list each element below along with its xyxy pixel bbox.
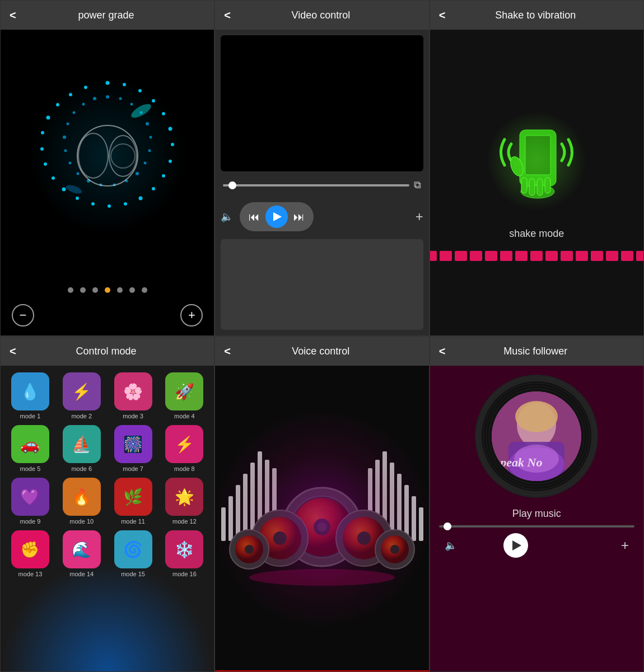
dot-4-active[interactable] <box>105 287 110 293</box>
music-add-button[interactable]: + <box>621 538 629 553</box>
svg-point-40 <box>63 136 66 139</box>
play-button[interactable] <box>265 206 288 228</box>
svg-point-30 <box>148 150 151 152</box>
mode-item-7[interactable]: 🎆 mode 7 <box>110 425 156 472</box>
dot-7[interactable] <box>142 287 147 293</box>
mode-item-8[interactable]: ⚡ mode 8 <box>161 425 207 472</box>
svg-point-19 <box>41 131 44 134</box>
mode-item-2[interactable]: ⚡ mode 2 <box>59 372 105 419</box>
add-button[interactable]: + <box>416 209 423 225</box>
music-seek-bar[interactable] <box>439 525 634 528</box>
svg-point-9 <box>152 187 155 190</box>
dot-1[interactable] <box>68 287 73 293</box>
panel-voice: < Voice control <box>214 336 429 672</box>
music-volume-icon[interactable]: 🔈 <box>445 539 457 552</box>
minus-button[interactable]: − <box>12 304 34 326</box>
mode-item-16[interactable]: ❄️ mode 16 <box>161 530 207 577</box>
voice-glow <box>215 407 428 631</box>
seek-bar[interactable] <box>223 184 409 186</box>
panel-video: < Video control ⧉ 🔈 ⏮ ⏭ + <box>214 0 429 336</box>
next-button[interactable]: ⏭ <box>293 211 305 223</box>
svg-point-6 <box>171 143 174 146</box>
music-seek-thumb[interactable] <box>444 522 451 530</box>
svg-point-42 <box>72 111 75 114</box>
music-play-button[interactable] <box>503 533 528 558</box>
mode-icon-12: 🌟 <box>165 478 203 516</box>
mode-label-15: mode 15 <box>121 571 145 577</box>
plus-button[interactable]: + <box>180 304 203 326</box>
mode-label-9: mode 9 <box>20 518 41 525</box>
segment-3 <box>455 251 467 261</box>
mode-item-9[interactable]: 💜 mode 9 <box>7 478 53 525</box>
svg-point-18 <box>40 147 44 151</box>
mode-icon-6: ⛵ <box>63 425 101 463</box>
voice-back-button[interactable]: < <box>224 345 231 358</box>
vinyl-record: peak No <box>475 375 598 498</box>
mode-label-6: mode 6 <box>71 465 92 472</box>
svg-point-17 <box>44 162 47 166</box>
shake-intensity-bar <box>430 251 644 261</box>
dot-3[interactable] <box>92 287 98 293</box>
voice-red-line <box>215 670 428 671</box>
dot-6[interactable] <box>129 287 135 293</box>
prev-button[interactable]: ⏮ <box>249 211 260 223</box>
svg-point-20 <box>46 116 50 120</box>
video-back-button[interactable]: < <box>224 9 231 22</box>
mode-label-8: mode 8 <box>174 465 195 472</box>
segment-5 <box>485 251 497 261</box>
mode-icon-16: ❄️ <box>165 530 203 568</box>
svg-point-1 <box>123 83 126 86</box>
mode-item-10[interactable]: 🔥 mode 10 <box>59 478 105 525</box>
mode-label-1: mode 1 <box>20 413 41 419</box>
panel-control: < Control mode 💧 mode 1 ⚡ mode 2 🌸 mode … <box>0 336 214 672</box>
mode-item-6[interactable]: ⛵ mode 6 <box>59 425 105 472</box>
mode-item-14[interactable]: 🌊 mode 14 <box>59 530 105 577</box>
voice-body <box>215 366 428 671</box>
voice-title: Voice control <box>237 346 404 357</box>
segment-15 <box>636 251 644 261</box>
panel-power: < power grade <box>0 0 214 336</box>
mode-item-1[interactable]: 💧 mode 1 <box>7 372 53 419</box>
dot-5[interactable] <box>117 287 123 293</box>
svg-point-28 <box>146 122 149 125</box>
dot-2[interactable] <box>80 287 86 293</box>
power-back-button[interactable]: < <box>10 9 16 22</box>
control-title: Control mode <box>23 346 190 357</box>
mode-item-4[interactable]: 🚀 mode 4 <box>161 372 207 419</box>
mode-label-2: mode 2 <box>71 413 92 419</box>
mode-label-3: mode 3 <box>123 413 143 419</box>
panel-shake: < Shake to vibration <box>430 0 644 336</box>
music-title: Music follower <box>452 346 619 357</box>
svg-point-4 <box>162 112 165 115</box>
mode-icon-11: 🌿 <box>114 478 152 516</box>
mode-item-15[interactable]: 🌀 mode 15 <box>110 530 156 577</box>
seek-thumb[interactable] <box>228 181 236 189</box>
mode-item-12[interactable]: 🌟 mode 12 <box>161 478 207 525</box>
svg-point-23 <box>84 86 87 89</box>
shake-back-button[interactable]: < <box>439 9 446 22</box>
svg-point-16 <box>52 176 55 180</box>
segment-13 <box>606 251 618 261</box>
music-back-button[interactable]: < <box>439 345 446 358</box>
control-back-button[interactable]: < <box>10 345 16 358</box>
mode-icon-7: 🎆 <box>114 425 152 463</box>
mode-icon-8: ⚡ <box>165 425 203 463</box>
mode-label-11: mode 11 <box>121 518 145 525</box>
album-text: peak No <box>500 455 542 470</box>
mode-label-14: mode 14 <box>69 571 94 577</box>
mode-label-16: mode 16 <box>172 571 197 577</box>
svg-point-37 <box>76 172 79 175</box>
svg-point-8 <box>162 174 165 178</box>
svg-point-12 <box>108 204 111 208</box>
svg-point-0 <box>105 81 109 85</box>
mode-item-3[interactable]: 🌸 mode 3 <box>110 372 156 419</box>
expand-icon[interactable]: ⧉ <box>414 179 421 191</box>
play-music-label: Play music <box>512 508 561 520</box>
mode-item-13[interactable]: ✊ mode 13 <box>7 530 53 577</box>
volume-icon[interactable]: 🔈 <box>221 211 233 223</box>
power-title: power grade <box>23 10 190 21</box>
mode-icon-13: ✊ <box>11 530 49 568</box>
mode-item-5[interactable]: 🚗 mode 5 <box>7 425 53 472</box>
music-header: < Music follower <box>430 337 643 366</box>
mode-item-11[interactable]: 🌿 mode 11 <box>110 478 156 525</box>
